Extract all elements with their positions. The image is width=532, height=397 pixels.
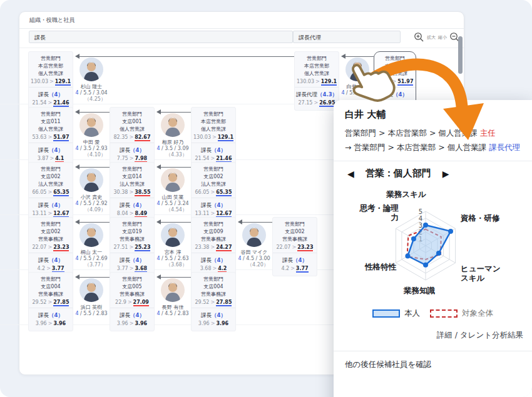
org-card[interactable]: 営業部門支店004営業事務課29.52>27.85課長（4）3.96>3.96 [191,272,236,331]
org-unit-label: 支店004 [30,283,71,291]
score-after: 51.97 [53,134,69,141]
avatar[interactable] [161,223,185,247]
org-card[interactable]: 営業部門支店002法人営業課66.05>65.35課長（4）13.11>12.6… [191,162,236,221]
org-card[interactable]: 営業部門支店019営業事務課27.51>25.23課長（4）3.77>3.68 [110,217,155,276]
org-unit-label: 支店002 [274,228,315,236]
org-card[interactable]: 営業部門支店002営業事務課22.07>23.23課長（4）4.2>3.77 [272,217,317,276]
org-unit-label: 営業部門 [193,166,234,173]
score-before: 4.2 [37,266,45,271]
score-before: 8.04 [117,211,128,216]
employee-item[interactable]: 浜口 英樹4 / 5.5 / 2.83 [73,278,110,316]
next-role-badge: 課長代理 [489,143,520,152]
role-count: （4） [49,147,63,153]
employee-detail-popover: 白井 大輔 営業部門 > 本店営業部 > 個人営業課 主任 → 営業部門 > 本… [334,100,532,397]
score-before: 22.07 [33,244,47,250]
role-count: （4） [49,202,63,208]
org-unit-label: 営業事務課 [193,291,234,298]
employee-item[interactable]: 小沢 貴史4 / 5.5 / 2.92（4.09） [73,168,110,213]
org-card[interactable]: 営業部門支店014法人営業課30.38>38.55課長（4）8.04>8.49 [110,162,155,221]
avatar[interactable] [161,113,185,137]
org-card[interactable]: 営業部門支店002営業事務課22.07>23.23課長（4）4.2>3.77 [28,217,73,276]
employee-stats: 4 / 4.5 / 3.00 [236,256,272,261]
column-header-kacho-dairi[interactable]: 課長代理 [293,31,401,43]
employee-item[interactable]: 杉山 隆士4 / 5.5 / 3.04（4.25） [73,58,110,103]
avatar[interactable] [345,58,369,81]
org-card[interactable]: 営業部門支店002法人営業課66.05>65.35課長（4）13.11>12.6… [28,162,73,221]
column-header-kacho[interactable]: 課長 [29,31,293,43]
org-unit-label: 営業部門 [274,221,315,228]
org-card[interactable]: 営業部門本店営業部個人営業課130.03>129.1課長（4）21.54>21.… [191,107,236,166]
employee-item[interactable]: 桐山 太一4 / 5.5 / 2.69（3.77） [73,223,110,268]
org-card[interactable]: 営業部門本店営業部個人営業課130.03>129.1課長（4）21.54>21.… [28,51,73,111]
employee-item[interactable]: 中田 愛4 / 3.5 / 2.93（4.10） [73,113,110,158]
org-unit-label: 営業事務課 [111,291,153,298]
employee-name-label: 浜口 英樹 [73,304,110,311]
arrow-separator: > [210,211,215,216]
next-category-button[interactable]: ▶ [442,169,449,179]
arrow-separator: > [129,244,133,250]
employee-item[interactable]: 山田 笑菜4 / 5.5 / 3.24（4.54） [155,168,191,213]
score-before: 13.11 [195,211,210,216]
panel-title: 組織・役職と社員 [19,12,464,29]
avatar[interactable] [79,58,103,81]
employee-name: 白井 大輔 [345,109,521,121]
connector-arrow [342,56,374,57]
svg-text:3: 3 [419,222,422,229]
org-unit-label: 営業事務課 [30,291,71,298]
score-before: 7.75 [117,156,128,161]
other-successors-link[interactable]: 他の後任候補社員を確認 [334,351,532,378]
prev-category-button[interactable]: ◀ [347,169,354,179]
org-unit-label: 営業部門 [30,55,71,63]
talent-analysis-link[interactable]: 詳細 / タレント分析結果 [334,319,532,341]
role-label: 課長（4） [111,312,153,319]
score-before: 22.9 [115,299,126,305]
score-after: 82.67 [135,134,150,141]
score-before: 29.52 [195,299,210,305]
avatar[interactable] [79,223,103,247]
employee-stats: 4 / 3.5 / 2.93 [73,146,110,151]
column-header-row: 課長 課長代理 拡大 縮小 [19,29,464,48]
card-org-section: 営業部門支店011個人営業課53.63>51.97 [374,52,416,88]
employee-item[interactable]: 宮本 淳4 / 5.5 / 2.63（3.68） [155,223,191,268]
stat-rest: / 3.5 / 2.93 [78,146,107,151]
vertical-scrollbar-thumb[interactable] [458,36,463,74]
org-card[interactable]: 営業部門支店004営業事務課29.52>27.85課長（4）3.96>3.96 [28,272,73,331]
role-label: 課長（4） [274,257,315,264]
org-unit-label: 営業部門 [111,276,153,283]
arrow-separator: > [48,100,52,106]
role-score-flow: 7.75>7.98 [111,156,153,161]
legend-self-label: 本人 [404,308,420,319]
org-card[interactable]: 営業部門支店001個人営業課82.35>82.67課長（4）7.75>7.98 [110,107,155,166]
svg-text:5: 5 [419,208,422,215]
card-org-section: 営業部門支店002法人営業課66.05>65.35 [29,163,73,198]
stat-rest: / 5.5 / 3.24 [160,201,188,206]
score-before: 22.07 [277,244,291,250]
arrow-separator: > [129,134,133,140]
avatar[interactable] [79,168,103,192]
stat-rest: / 4.5 / 3.00 [241,256,270,261]
radar-category-nav: ◀ 営業：個人部門 ▶ [334,161,532,179]
score-after: 129.1 [218,134,233,141]
avatar[interactable] [242,223,266,247]
arrow-separator: > [128,299,132,305]
employee-item[interactable]: 長野 有佳4 / 4.5 / 2.83 [155,278,191,316]
org-unit-label: 個人営業課 [193,126,234,133]
org-card[interactable]: 営業部門支店011個人営業課53.63>51.97課長（4）3.87>4.1 [28,107,73,166]
role-name: 課長 [120,147,130,153]
zoom-in-button[interactable] [414,32,424,43]
employee-item[interactable]: 相原 好乃4 / 3.5 / 3.09（4.33） [155,113,191,158]
employee-name-label: 長野 有佳 [155,304,191,311]
org-card[interactable]: 営業部門本店営業部個人営業課130.03>129.1課長代理（4.3）27.15… [294,51,339,111]
employee-stats: 4 / 3.5 / 3.09 [155,146,191,151]
avatar[interactable] [161,168,185,192]
employee-item[interactable]: 谷田 マイク4 / 4.5 / 3.00（4.20） [236,223,272,268]
org-unit-label: 営業部門 [376,55,414,63]
avatar[interactable] [79,113,103,137]
role-name: 課長 [38,257,49,263]
org-card[interactable]: 営業部門支店005営業事務課22.9>27.09課長（4）3.96>3.96 [110,272,155,331]
avatar[interactable] [161,278,185,302]
org-card[interactable]: 営業部門支店009営業事務課23.38>24.27課長（4）3.68>4.2 [191,217,236,276]
employee-item[interactable]: 白井 大輔4 / 5.5 / 2.77 [339,58,376,96]
role-score-flow: 3.77>3.68 [111,266,153,271]
avatar[interactable] [79,278,103,302]
